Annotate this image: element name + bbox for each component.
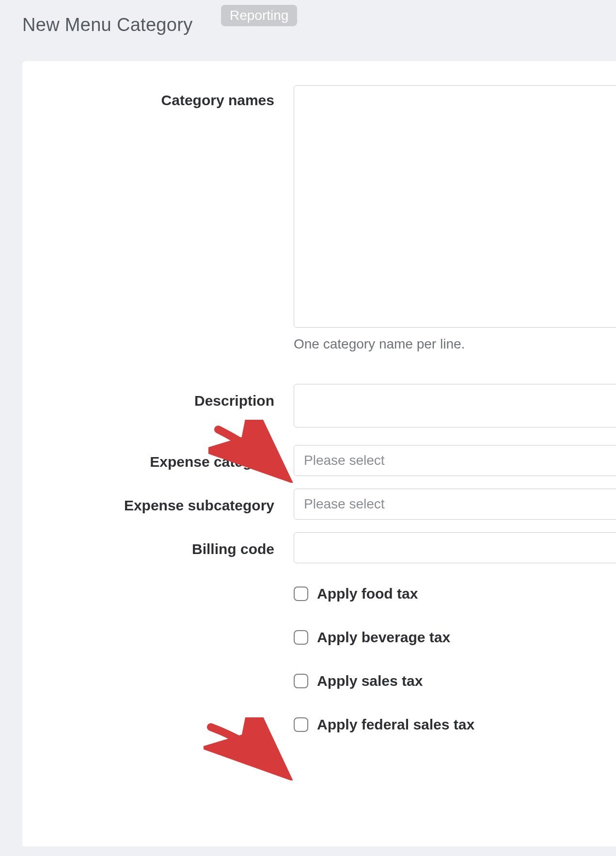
food-tax-label: Apply food tax [317, 586, 418, 602]
form-panel: Category names One category name per lin… [22, 61, 616, 846]
federal-sales-tax-label: Apply federal sales tax [317, 716, 474, 733]
category-names-label: Category names [22, 85, 294, 109]
reporting-chip: Reporting [221, 5, 297, 26]
page-header: Reporting New Menu Category [22, 15, 616, 58]
beverage-tax-label: Apply beverage tax [317, 629, 450, 646]
sales-tax-checkbox[interactable] [294, 674, 308, 688]
category-names-help: One category name per line. [294, 336, 616, 352]
description-input[interactable] [294, 384, 616, 428]
sales-tax-label: Apply sales tax [317, 673, 423, 689]
billing-code-input[interactable] [294, 532, 616, 563]
billing-code-label: Billing code [22, 532, 294, 557]
beverage-tax-checkbox[interactable] [294, 630, 308, 645]
expense-subcategory-select[interactable]: Please select [294, 489, 616, 520]
expense-category-label: Expense category [22, 445, 294, 470]
category-names-input[interactable] [294, 85, 616, 328]
federal-sales-tax-checkbox[interactable] [294, 717, 308, 732]
expense-category-select[interactable]: Please select [294, 445, 616, 476]
food-tax-checkbox[interactable] [294, 587, 308, 601]
page-title: New Menu Category [22, 15, 616, 35]
description-label: Description [22, 384, 294, 409]
expense-subcategory-label: Expense subcategory [22, 489, 294, 514]
